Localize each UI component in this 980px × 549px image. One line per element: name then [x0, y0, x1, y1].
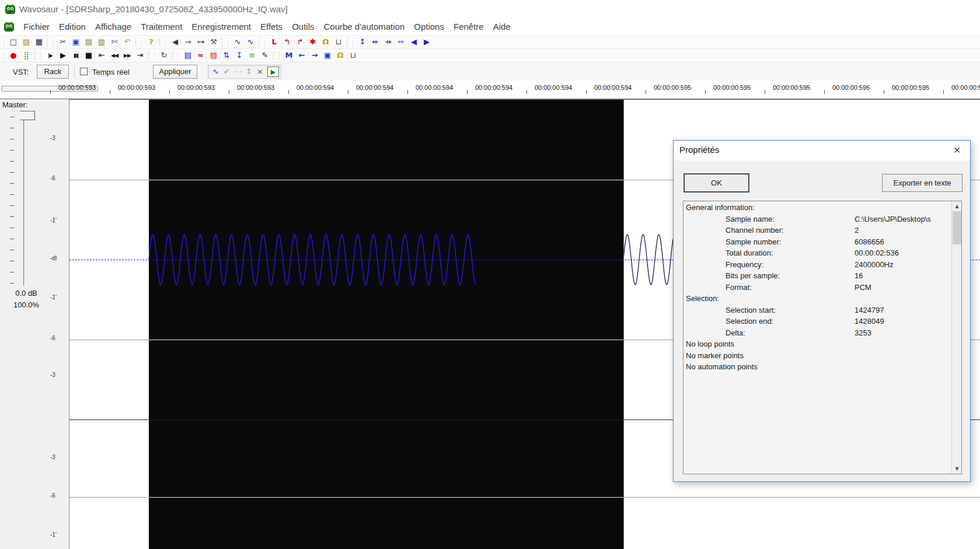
connector-1-icon[interactable]: ⊸ — [182, 36, 194, 48]
property-row[interactable]: Delta:3253 — [683, 328, 952, 340]
wave-zoom-sel-icon[interactable]: ∿ — [244, 36, 257, 48]
draw-pencil-icon[interactable]: ✎ — [259, 50, 271, 61]
loop-marker-icon[interactable]: L — [268, 36, 281, 48]
wave-fit-icon[interactable]: ↕ — [356, 36, 369, 48]
master-slider-track[interactable] — [23, 114, 25, 286]
export-text-button[interactable]: Exporter en texte — [882, 174, 962, 192]
selection-edge-cursor[interactable] — [623, 100, 624, 549]
play-cursor-icon[interactable]: |▶ — [44, 50, 57, 61]
record-icon[interactable]: ● — [7, 50, 20, 61]
lock-2-icon[interactable]: Ω — [334, 50, 347, 61]
copy-icon[interactable]: ▣ — [69, 36, 82, 48]
property-row[interactable]: No loop points — [683, 340, 952, 351]
wave-join-icon[interactable]: ⇿ — [395, 36, 407, 48]
cut-icon[interactable]: ✂ — [57, 36, 69, 48]
speaker-config-icon[interactable]: ◀ — [169, 36, 182, 48]
wave-zoom-icon[interactable]: ∿ — [231, 36, 244, 48]
property-row[interactable]: No marker points — [683, 351, 952, 363]
new-file-icon[interactable]: □ — [7, 36, 20, 48]
paste-special-icon[interactable]: ▥ — [95, 36, 108, 48]
automation-scale-icon[interactable]: ↕ — [243, 66, 254, 78]
dialog-title-bar[interactable]: Propriétés × — [674, 141, 970, 160]
connector-2-icon[interactable]: ⊶ — [194, 36, 207, 48]
resample-icon[interactable]: ⇅ — [220, 50, 233, 61]
menu-aide[interactable]: Aide — [489, 22, 515, 32]
lock-icon[interactable]: Ω — [319, 36, 332, 48]
automation-clear-icon[interactable]: × — [254, 66, 266, 78]
property-row[interactable]: Selection start:1424797 — [683, 306, 952, 317]
normalize-icon[interactable]: ↧ — [233, 50, 246, 61]
menu-fichier[interactable]: Fichier — [19, 22, 54, 32]
go-end-icon[interactable]: ⇥ — [134, 50, 147, 61]
property-row[interactable]: Sample name:C:\Users\JP\Desktop\s — [683, 215, 952, 226]
property-row[interactable]: Bits per sample:16 — [683, 271, 952, 283]
invert-selection-icon[interactable]: ▣ — [321, 50, 334, 61]
open-file-icon[interactable]: ▨ — [20, 36, 33, 48]
paste-icon[interactable]: ▤ — [82, 36, 95, 48]
loop-end-icon[interactable]: ↱ — [294, 36, 306, 48]
vst-rack-button[interactable]: Rack — [37, 65, 69, 79]
menu-traitement[interactable]: Traitement — [136, 22, 187, 32]
close-icon[interactable]: × — [944, 141, 970, 160]
automation-play-button[interactable]: ▶ — [267, 67, 279, 77]
property-row[interactable]: Selection: — [683, 294, 952, 306]
menu-fen-tre[interactable]: Fenêtre — [449, 22, 489, 32]
property-row[interactable]: Channel number:2 — [683, 226, 952, 237]
marker-icon[interactable]: M — [283, 50, 295, 61]
property-row[interactable]: Sample number:6086656 — [683, 237, 952, 249]
automation-dots-icon[interactable]: ⋯ — [232, 66, 243, 78]
next-view-icon[interactable]: ▶ — [420, 36, 433, 48]
save-file-icon[interactable]: ▦ — [33, 36, 46, 48]
realtime-checkbox[interactable] — [80, 68, 88, 75]
property-row[interactable]: Selection end:1428049 — [683, 317, 952, 328]
menu-options[interactable]: Options — [409, 22, 449, 32]
rewind-icon[interactable]: ◀◀ — [108, 50, 121, 61]
crop-icon[interactable]: ✄ — [108, 36, 121, 48]
pause-icon[interactable]: ▮▮ — [69, 50, 82, 61]
forward-icon[interactable]: ▶▶ — [121, 50, 134, 61]
list-scrollbar[interactable]: ▲ ▼ — [951, 201, 961, 474]
clear-loop-icon[interactable]: ✱ — [306, 36, 319, 48]
cut-left-icon[interactable]: ⇷ — [369, 36, 382, 48]
monitor-level-icon[interactable]: ⣿ — [20, 50, 33, 61]
automation-curve-icon[interactable]: ∿ — [210, 66, 221, 78]
scroll-down-icon[interactable]: ▼ — [952, 464, 962, 474]
ok-button[interactable]: OK — [683, 173, 749, 193]
stop-icon[interactable]: ■ — [82, 50, 95, 61]
menu-affichage[interactable]: Affichage — [90, 22, 136, 32]
statistics-icon[interactable]: ≈ — [194, 50, 207, 61]
batch-list-icon[interactable]: ≡ — [246, 50, 259, 61]
scroll-up-icon[interactable]: ▲ — [952, 201, 962, 211]
master-slider-handle[interactable] — [15, 111, 35, 120]
play-icon[interactable]: ▶ — [57, 50, 69, 61]
marker-next-icon[interactable]: → — [308, 50, 321, 61]
apply-check-icon[interactable]: ✔ — [221, 66, 232, 78]
menu-outils[interactable]: Outils — [287, 22, 319, 32]
property-row[interactable]: Format:PCM — [683, 283, 952, 295]
property-row[interactable]: Total duration:00:00:02:536 — [683, 249, 952, 260]
wrench-icon[interactable]: ⚒ — [207, 36, 220, 48]
menu-effets[interactable]: Effets — [256, 22, 287, 32]
menu-enregistrement[interactable]: Enregistrement — [187, 22, 256, 32]
loop-play-icon[interactable]: ↻ — [158, 50, 170, 61]
go-start-icon[interactable]: ⇤ — [95, 50, 108, 61]
properties-list[interactable]: General information:Sample name:C:\Users… — [683, 201, 962, 474]
scrollbar-thumb[interactable] — [953, 211, 961, 244]
vst-apply-button[interactable]: Appliquer — [153, 65, 197, 79]
property-row[interactable]: General information: — [683, 203, 952, 215]
undo-icon[interactable]: ↶ — [121, 36, 134, 48]
delete-2-icon[interactable]: ⊔ — [347, 50, 360, 61]
insert-audio-icon[interactable]: ▤ — [182, 50, 194, 61]
menu-courbe-d-automation[interactable]: Courbe d'automation — [319, 22, 409, 32]
cut-right-icon[interactable]: ⇸ — [382, 36, 395, 48]
delete-selection-icon[interactable]: ⊔ — [332, 36, 345, 48]
menu-edition[interactable]: Edition — [54, 22, 90, 32]
help-icon[interactable]: ? — [145, 36, 158, 48]
marker-prev-icon[interactable]: ← — [295, 50, 308, 61]
property-row[interactable]: No automation points — [683, 362, 952, 374]
copy-info-icon[interactable]: ▤ — [207, 50, 220, 61]
property-row[interactable]: Frequency:2400000Hz — [683, 260, 952, 272]
prev-view-icon[interactable]: ◀ — [407, 36, 420, 48]
time-ruler[interactable]: 00:00:00:59300:00:00:59300:00:00:59300:0… — [0, 81, 980, 99]
loop-start-icon[interactable]: ↰ — [281, 36, 294, 48]
